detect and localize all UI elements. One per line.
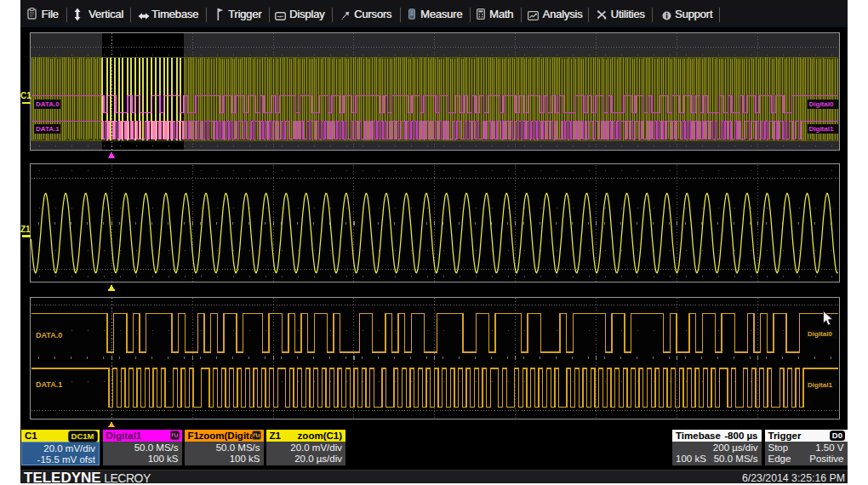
svg-text:Digital1: Digital1 — [809, 125, 834, 133]
svg-text:Digital1: Digital1 — [808, 381, 832, 389]
svg-text:Digital0: Digital0 — [808, 330, 832, 338]
svg-text:DATA.1: DATA.1 — [36, 125, 60, 133]
svg-text:Z1: Z1 — [20, 225, 31, 234]
svg-text:DATA.1: DATA.1 — [36, 380, 62, 389]
svg-text:DATA.0: DATA.0 — [36, 100, 60, 108]
svg-text:Digital0: Digital0 — [809, 100, 834, 108]
svg-text:DATA.0: DATA.0 — [36, 331, 62, 340]
svg-text:C1: C1 — [20, 91, 31, 100]
